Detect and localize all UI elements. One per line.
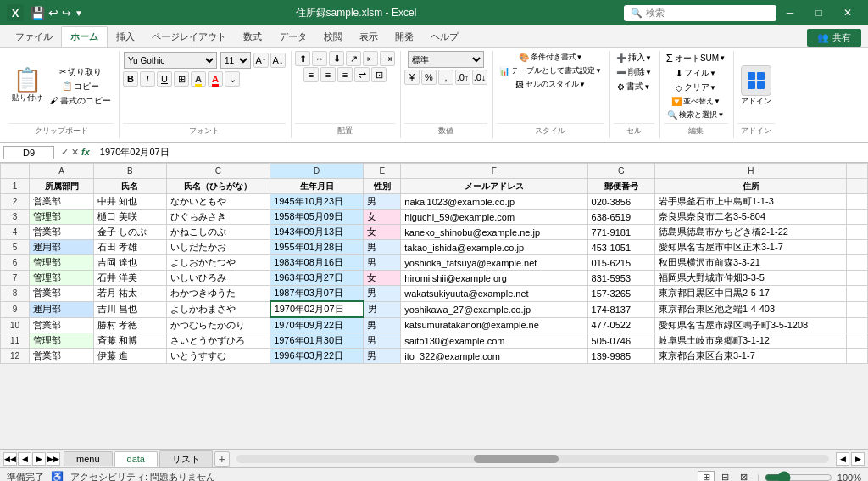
header-email[interactable]: メールアドレス — [401, 179, 587, 194]
bold-button[interactable]: B — [123, 71, 138, 87]
row-number[interactable]: 7 — [1, 271, 30, 286]
cell[interactable]: いしだたかお — [166, 240, 270, 255]
check-icon[interactable]: ✓ — [61, 147, 69, 158]
cell[interactable]: saito130@example.com — [401, 333, 587, 349]
cell[interactable]: 運用部 — [30, 301, 94, 317]
merge-button[interactable]: ⊡ — [371, 67, 387, 82]
minimize-button[interactable]: ─ — [776, 3, 804, 22]
page-layout-view-button[interactable]: ⊟ — [716, 471, 733, 482]
col-header-d[interactable]: D — [270, 164, 364, 179]
row-number[interactable]: 4 — [1, 225, 30, 240]
horizontal-scrollbar-thumb[interactable] — [474, 455, 559, 463]
cell[interactable]: 1987年03月07日 — [270, 286, 364, 302]
search-box[interactable]: 🔍 検索 — [624, 5, 776, 21]
clear-button[interactable]: ◇ クリア ▼ — [673, 81, 719, 94]
cell[interactable]: 伊藤 進 — [94, 349, 167, 364]
sheet-nav-first[interactable]: ◀◀ — [3, 452, 17, 466]
cell[interactable]: 1983年08月16日 — [270, 255, 364, 271]
col-header-c[interactable]: C — [166, 164, 270, 179]
cell[interactable]: takao_ishida@example.co.jp — [401, 240, 587, 255]
col-header-e[interactable]: E — [364, 164, 401, 179]
scroll-right-button[interactable]: ▶ — [851, 452, 865, 466]
row-number[interactable]: 9 — [1, 301, 30, 317]
page-break-view-button[interactable]: ⊠ — [735, 471, 752, 482]
cell-reference-input[interactable] — [3, 146, 54, 159]
col-header-a[interactable]: A — [30, 164, 94, 179]
cell[interactable]: 771-9181 — [587, 225, 655, 240]
cell[interactable]: 男 — [364, 333, 401, 349]
cell[interactable]: 1943年09月13日 — [270, 225, 364, 240]
cell[interactable]: 金子 しのぶ — [94, 225, 167, 240]
cell[interactable]: 営業部 — [30, 349, 94, 364]
align-bottom-button[interactable]: ⬇ — [329, 51, 344, 66]
cell[interactable]: yoshikawa_27@example.co.jp — [401, 301, 587, 317]
cell[interactable]: wakatsukiyuuta@example.net — [401, 286, 587, 302]
cell[interactable] — [847, 210, 868, 225]
row-number[interactable]: 8 — [1, 286, 30, 302]
comma-button[interactable]: , — [438, 70, 453, 85]
cut-button[interactable]: ✂切り取り — [47, 65, 114, 79]
font-size-select[interactable]: 11 — [220, 52, 251, 69]
header-addr[interactable]: 住所 — [655, 179, 847, 194]
align-right-button[interactable]: ≡ — [337, 67, 353, 82]
cell[interactable]: 1976年01月30日 — [270, 333, 364, 349]
save-icon[interactable]: 💾 — [31, 6, 45, 20]
tab-home[interactable]: ホーム — [61, 26, 108, 47]
text-orientation-button[interactable]: ↗ — [346, 51, 361, 66]
cell[interactable]: 男 — [364, 286, 401, 302]
cell[interactable]: 営業部 — [30, 194, 94, 210]
cell[interactable]: ひぐちみさき — [166, 210, 270, 225]
cell[interactable]: 1958年05月09日 — [270, 210, 364, 225]
cell[interactable]: いしいひろみ — [166, 271, 270, 286]
borders-button[interactable]: ⊞ — [174, 71, 189, 87]
cell[interactable]: 1970年02月07日 — [270, 301, 364, 317]
cell[interactable] — [847, 301, 868, 317]
tab-formulas[interactable]: 数式 — [235, 27, 270, 47]
qa-dropdown-icon[interactable]: ▼ — [75, 8, 83, 18]
tab-review[interactable]: 校閲 — [315, 27, 351, 47]
sheet-tab-menu[interactable]: menu — [64, 451, 113, 466]
row-number[interactable]: 11 — [1, 333, 30, 349]
format-table-button[interactable]: 📊 テーブルとして書式設定 ▼ — [497, 64, 604, 77]
cell[interactable] — [847, 317, 868, 333]
cell[interactable]: 石田 孝雄 — [94, 240, 167, 255]
cell[interactable]: yoshioka_tatsuya@example.net — [401, 255, 587, 271]
cell[interactable]: 1996年03月22日 — [270, 349, 364, 364]
decimal-increase-button[interactable]: .0↑ — [455, 70, 470, 85]
sheet-tab-list[interactable]: リスト — [159, 450, 213, 467]
cell[interactable]: 女 — [364, 271, 401, 286]
sort-filter-button[interactable]: 🔽 並べ替え ▼ — [669, 95, 723, 108]
cell[interactable] — [847, 349, 868, 364]
col-header-f[interactable]: F — [401, 164, 587, 179]
col-header-h[interactable]: H — [655, 164, 847, 179]
cell[interactable]: 477-0522 — [587, 317, 655, 333]
cell[interactable]: 管理部 — [30, 210, 94, 225]
cell[interactable]: kaneko_shinobu@example.ne.jp — [401, 225, 587, 240]
undo-icon[interactable]: ↩ — [48, 6, 58, 20]
cell[interactable]: 営業部 — [30, 286, 94, 302]
cell[interactable]: 1945年10月23日 — [270, 194, 364, 210]
paste-button[interactable]: 📋 貼り付け — [8, 67, 46, 105]
maximize-button[interactable]: □ — [805, 3, 832, 22]
tab-view[interactable]: 表示 — [351, 27, 387, 47]
cell[interactable] — [847, 225, 868, 240]
tab-developer[interactable]: 開発 — [387, 27, 422, 47]
font-color-button[interactable]: A — [208, 71, 223, 87]
col-header-b[interactable]: B — [94, 164, 167, 179]
cell[interactable]: 015-6215 — [587, 255, 655, 271]
row-number[interactable]: 12 — [1, 349, 30, 364]
conditional-format-button[interactable]: 🎨 条件付き書式 ▼ — [516, 51, 586, 64]
align-center-button[interactable]: ≡ — [320, 67, 336, 82]
header-kana[interactable]: 氏名（ひらがな） — [166, 179, 270, 194]
normal-view-button[interactable]: ⊞ — [698, 471, 715, 482]
cell[interactable]: さいとうかずひろ — [166, 333, 270, 349]
sheet-tab-data[interactable]: data — [114, 451, 158, 467]
add-sheet-button[interactable]: + — [214, 451, 230, 467]
cell[interactable]: 勝村 孝徳 — [94, 317, 167, 333]
addin-button[interactable]: アドイン — [737, 63, 775, 110]
cell[interactable]: かつむらたかのり — [166, 317, 270, 333]
header-zip[interactable]: 郵便番号 — [587, 179, 655, 194]
cell[interactable]: なかいともや — [166, 194, 270, 210]
cell[interactable]: 秋田県横沢市前森3-3-21 — [655, 255, 847, 271]
cell[interactable]: 運用部 — [30, 240, 94, 255]
